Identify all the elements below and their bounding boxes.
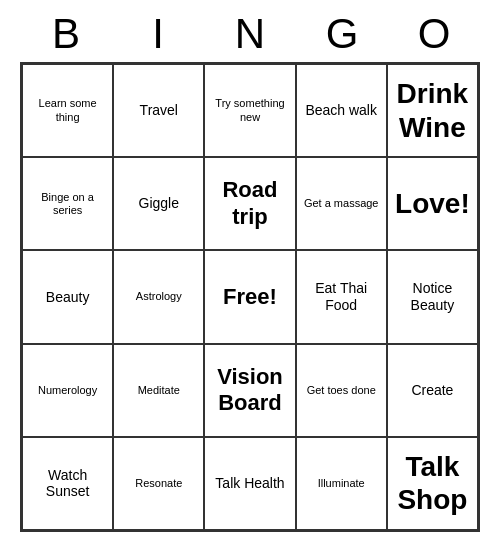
- bingo-cell-13: Eat Thai Food: [296, 250, 387, 343]
- title-o: O: [390, 10, 478, 58]
- bingo-cell-10: Beauty: [22, 250, 113, 343]
- bingo-cell-11: Astrology: [113, 250, 204, 343]
- bingo-cell-22: Talk Health: [204, 437, 295, 530]
- bingo-cell-4: Drink Wine: [387, 64, 478, 157]
- bingo-cell-17: Vision Board: [204, 344, 295, 437]
- bingo-cell-19: Create: [387, 344, 478, 437]
- bingo-cell-24: Talk Shop: [387, 437, 478, 530]
- bingo-cell-14: Notice Beauty: [387, 250, 478, 343]
- bingo-cell-20: Watch Sunset: [22, 437, 113, 530]
- bingo-cell-18: Get toes done: [296, 344, 387, 437]
- title-b: B: [22, 10, 110, 58]
- bingo-cell-0: Learn some thing: [22, 64, 113, 157]
- bingo-cell-7: Road trip: [204, 157, 295, 250]
- bingo-cell-8: Get a massage: [296, 157, 387, 250]
- bingo-cell-2: Try something new: [204, 64, 295, 157]
- bingo-title: B I N G O: [20, 10, 480, 58]
- bingo-cell-9: Love!: [387, 157, 478, 250]
- bingo-cell-6: Giggle: [113, 157, 204, 250]
- bingo-cell-16: Meditate: [113, 344, 204, 437]
- bingo-cell-21: Resonate: [113, 437, 204, 530]
- bingo-cell-1: Travel: [113, 64, 204, 157]
- title-i: I: [114, 10, 202, 58]
- title-g: G: [298, 10, 386, 58]
- bingo-cell-5: Binge on a series: [22, 157, 113, 250]
- title-n: N: [206, 10, 294, 58]
- bingo-grid: Learn some thingTravelTry something newB…: [20, 62, 480, 532]
- bingo-cell-15: Numerology: [22, 344, 113, 437]
- bingo-cell-12: Free!: [204, 250, 295, 343]
- bingo-cell-3: Beach walk: [296, 64, 387, 157]
- bingo-cell-23: Illuminate: [296, 437, 387, 530]
